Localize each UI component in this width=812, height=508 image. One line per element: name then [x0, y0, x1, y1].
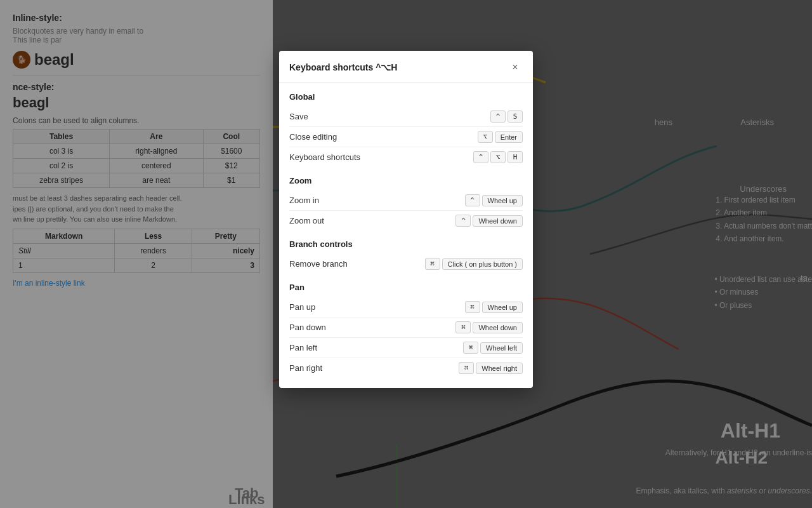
close-editing-key-alt: ⌥: [478, 131, 493, 143]
pan-section: Pan Pan up ⌘ Wheel up Pan down ⌘ Wheel d…: [289, 283, 523, 378]
pan-down-key-cmd: ⌘: [455, 321, 471, 333]
shortcut-pan-right: Pan right ⌘ Wheel right: [289, 358, 523, 378]
shortcut-zoom-in: Zoom in ^ Wheel up: [289, 190, 523, 211]
keyboard-shortcuts-modal: Keyboard shortcuts ^⌥H × Global Save ^ S…: [279, 51, 533, 388]
pan-left-keys: ⌘ Wheel left: [463, 342, 523, 354]
pan-up-label: Pan up: [289, 302, 315, 312]
pan-right-label: Pan right: [289, 363, 322, 373]
zoom-in-keys: ^ Wheel up: [465, 194, 523, 206]
shortcut-zoom-out: Zoom out ^ Wheel down: [289, 211, 523, 231]
remove-branch-keys: ⌘ Click ( on plus button ): [425, 258, 523, 270]
shortcut-remove-branch: Remove branch ⌘ Click ( on plus button ): [289, 254, 523, 274]
zoom-section-title: Zoom: [289, 176, 523, 185]
branch-section-title: Branch controls: [289, 239, 523, 249]
pan-left-key-wheel: Wheel left: [480, 342, 523, 354]
modal-title: Keyboard shortcuts ^⌥H: [289, 62, 397, 72]
zoom-out-key-wheel: Wheel down: [473, 215, 523, 227]
pan-up-key-wheel: Wheel up: [482, 302, 523, 313]
remove-branch-label: Remove branch: [289, 259, 348, 269]
ks-key-alt: ⌥: [490, 151, 506, 163]
zoom-section: Zoom Zoom in ^ Wheel up Zoom out ^ Wheel…: [289, 176, 523, 231]
pan-left-key-cmd: ⌘: [463, 342, 478, 354]
keyboard-shortcuts-keys: ^ ⌥ H: [473, 151, 523, 163]
modal-body: Global Save ^ S Close editing ⌥ Enter: [279, 92, 533, 388]
save-key-s: S: [508, 110, 523, 123]
save-label: Save: [289, 112, 308, 121]
shortcut-pan-up: Pan up ⌘ Wheel up: [289, 297, 523, 318]
shortcut-close-editing: Close editing ⌥ Enter: [289, 127, 523, 147]
pan-down-keys: ⌘ Wheel down: [455, 321, 523, 333]
pan-right-key-wheel: Wheel right: [476, 363, 523, 374]
modal-overlay: Keyboard shortcuts ^⌥H × Global Save ^ S…: [0, 0, 812, 508]
global-section: Global Save ^ S Close editing ⌥ Enter: [289, 92, 523, 167]
ks-key-ctrl: ^: [473, 151, 488, 163]
zoom-in-key-ctrl: ^: [465, 194, 480, 206]
pan-down-key-wheel: Wheel down: [473, 322, 523, 333]
ks-key-h: H: [508, 151, 523, 163]
modal-close-button[interactable]: ×: [508, 60, 523, 75]
zoom-out-keys: ^ Wheel down: [455, 215, 523, 227]
shortcut-keyboard-shortcuts: Keyboard shortcuts ^ ⌥ H: [289, 147, 523, 167]
keyboard-shortcuts-label: Keyboard shortcuts: [289, 152, 360, 162]
zoom-in-key-wheel: Wheel up: [482, 195, 523, 206]
save-keys: ^ S: [490, 110, 523, 123]
branch-section: Branch controls Remove branch ⌘ Click ( …: [289, 239, 523, 274]
shortcut-pan-down: Pan down ⌘ Wheel down: [289, 318, 523, 338]
shortcut-pan-left: Pan left ⌘ Wheel left: [289, 338, 523, 358]
remove-branch-key-click: Click ( on plus button ): [442, 258, 523, 270]
close-editing-label: Close editing: [289, 132, 337, 142]
zoom-in-label: Zoom in: [289, 196, 319, 205]
shortcut-save: Save ^ S: [289, 107, 523, 127]
pan-up-keys: ⌘ Wheel up: [465, 301, 523, 313]
zoom-out-label: Zoom out: [289, 216, 324, 225]
remove-branch-key-cmd: ⌘: [425, 258, 440, 270]
global-section-title: Global: [289, 92, 523, 102]
save-key-ctrl: ^: [490, 110, 506, 123]
pan-right-keys: ⌘ Wheel right: [459, 362, 523, 374]
pan-right-key-cmd: ⌘: [459, 362, 474, 374]
pan-down-label: Pan down: [289, 323, 326, 332]
pan-left-label: Pan left: [289, 343, 317, 352]
modal-header: Keyboard shortcuts ^⌥H ×: [279, 51, 533, 83]
close-editing-key-enter: Enter: [495, 131, 523, 143]
pan-up-key-cmd: ⌘: [465, 301, 480, 313]
pan-section-title: Pan: [289, 283, 523, 292]
zoom-out-key-ctrl: ^: [455, 215, 471, 227]
close-editing-keys: ⌥ Enter: [478, 131, 523, 143]
